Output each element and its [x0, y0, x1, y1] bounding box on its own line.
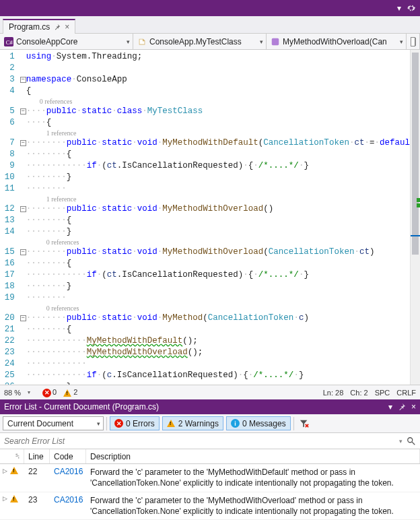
chevron-down-icon: ▾: [97, 420, 100, 427]
titlebar-dropdown-icon[interactable]: ▾: [397, 3, 401, 13]
clear-filter-button[interactable]: [297, 416, 312, 430]
status-warnings[interactable]: 2: [63, 388, 77, 397]
pin-icon[interactable]: [398, 403, 406, 411]
nav-class-dropdown[interactable]: ConsoleApp.MyTestClass ▾: [133, 34, 267, 49]
col-description[interactable]: Description: [86, 449, 420, 463]
status-col[interactable]: Ch: 2: [350, 389, 368, 397]
svg-line-4: [412, 442, 415, 445]
error-icon: ✕: [42, 389, 51, 397]
error-code[interactable]: CA2016: [50, 495, 86, 505]
status-spaces[interactable]: SPC: [375, 389, 390, 397]
zoom-level[interactable]: 88 %: [4, 389, 21, 397]
errors-filter-button[interactable]: ✕ 0 Errors: [110, 416, 160, 430]
csharp-project-icon: C#: [4, 37, 13, 46]
error-line: 23: [24, 495, 50, 505]
chevron-down-icon: ▾: [260, 38, 263, 45]
error-list-title: Error List - Current Document (Program.c…: [4, 402, 159, 412]
error-row[interactable]: ▷22CA2016Forward the 'c' parameter to th…: [0, 464, 420, 492]
info-icon: i: [231, 419, 240, 428]
fold-gutter[interactable]: −−−−−−: [20, 50, 26, 385]
error-list-toolbar: Current Document ▾ ✕ 0 Errors 2 Warnings…: [0, 414, 420, 433]
error-row[interactable]: ▷23CA2016Forward the 'c' parameter to th…: [0, 492, 420, 520]
error-description: Forward the 'c' parameter to the 'MyMeth…: [86, 467, 420, 488]
nav-project-label: ConsoleAppCore: [16, 37, 129, 46]
scope-dropdown[interactable]: Current Document ▾: [3, 416, 104, 430]
window-titlebar: ▾: [0, 0, 420, 16]
status-line[interactable]: Ln: 28: [323, 389, 344, 397]
expander-icon[interactable]: ▷: [3, 467, 7, 474]
error-search-input[interactable]: [4, 436, 399, 446]
scrollbar-caret: [411, 235, 420, 236]
search-icon[interactable]: [407, 436, 416, 446]
error-line: 22: [24, 467, 50, 476]
line-number-gutter: 1234567891011121314151617181920212223242…: [0, 50, 20, 385]
col-line[interactable]: Line: [24, 449, 50, 463]
code-area[interactable]: using·System.Threading;namespace·Console…: [26, 50, 420, 385]
error-code[interactable]: CA2016: [50, 467, 86, 476]
split-icon: [411, 37, 415, 46]
pin-icon[interactable]: [54, 24, 61, 30]
warning-icon: [63, 389, 71, 397]
search-dropdown-icon[interactable]: ▾: [399, 438, 403, 445]
scope-label: Current Document: [7, 419, 73, 428]
error-list-header[interactable]: Error List - Current Document (Program.c…: [0, 399, 420, 414]
split-editor-button[interactable]: [407, 34, 420, 49]
error-icon: ✕: [114, 419, 123, 428]
gear-icon[interactable]: [407, 3, 416, 13]
chevron-down-icon: ▾: [127, 38, 130, 45]
editor-status-bar: 88 % ▾ ✕0 2 Ln: 28 Ch: 2 SPC CRLF: [0, 385, 420, 399]
nav-member-label: MyMethodWithOverload(Can: [283, 37, 402, 46]
warnings-filter-button[interactable]: 2 Warnings: [162, 416, 223, 430]
error-search-row: ▾: [0, 433, 420, 449]
warning-icon: [167, 420, 175, 427]
filter-clear-icon: [300, 419, 309, 428]
status-eol[interactable]: CRLF: [396, 389, 416, 397]
svg-text:C#: C#: [6, 38, 13, 45]
code-editor[interactable]: 1234567891011121314151617181920212223242…: [0, 50, 420, 385]
warnings-filter-label: 2 Warnings: [178, 419, 219, 428]
status-errors[interactable]: ✕0: [42, 388, 57, 397]
scrollbar-thumb[interactable]: [412, 53, 419, 255]
chevron-down-icon: ▾: [400, 38, 403, 45]
method-icon: [271, 37, 280, 46]
tab-label: Program.cs: [9, 22, 50, 32]
class-icon: [137, 37, 147, 46]
zoom-dropdown-icon[interactable]: ▾: [28, 389, 30, 395]
tab-program-cs[interactable]: Program.cs ×: [3, 19, 75, 34]
error-list-table: ⁵ᵢ Line Code Description ▷22CA2016Forwar…: [0, 449, 420, 520]
panel-dropdown-icon[interactable]: ▾: [388, 402, 392, 412]
close-icon[interactable]: ×: [65, 22, 69, 32]
error-table-header[interactable]: ⁵ᵢ Line Code Description: [0, 449, 420, 464]
navigation-bar: C# ConsoleAppCore ▾ ConsoleApp.MyTestCla…: [0, 34, 420, 50]
nav-project-dropdown[interactable]: C# ConsoleAppCore ▾: [0, 34, 133, 49]
svg-rect-2: [272, 38, 279, 45]
error-description: Forward the 'c' parameter to the 'MyMeth…: [86, 495, 420, 517]
panel-close-icon[interactable]: ×: [411, 402, 416, 412]
warning-icon: [10, 467, 18, 474]
messages-filter-label: 0 Messages: [242, 419, 286, 428]
vertical-scrollbar[interactable]: [410, 50, 420, 385]
document-tab-row: Program.cs ×: [0, 16, 420, 34]
scrollbar-marker: [417, 203, 420, 207]
warning-icon: [10, 495, 18, 502]
scrollbar-marker: [417, 198, 420, 202]
nav-member-dropdown[interactable]: MyMethodWithOverload(Can ▾: [267, 34, 407, 49]
svg-point-3: [408, 438, 413, 443]
errors-filter-label: 0 Errors: [126, 419, 155, 428]
nav-class-label: ConsoleApp.MyTestClass: [149, 37, 262, 46]
col-severity[interactable]: ⁵ᵢ: [0, 449, 24, 463]
col-code[interactable]: Code: [50, 449, 86, 463]
expander-icon[interactable]: ▷: [3, 495, 7, 502]
messages-filter-button[interactable]: i 0 Messages: [226, 416, 291, 430]
